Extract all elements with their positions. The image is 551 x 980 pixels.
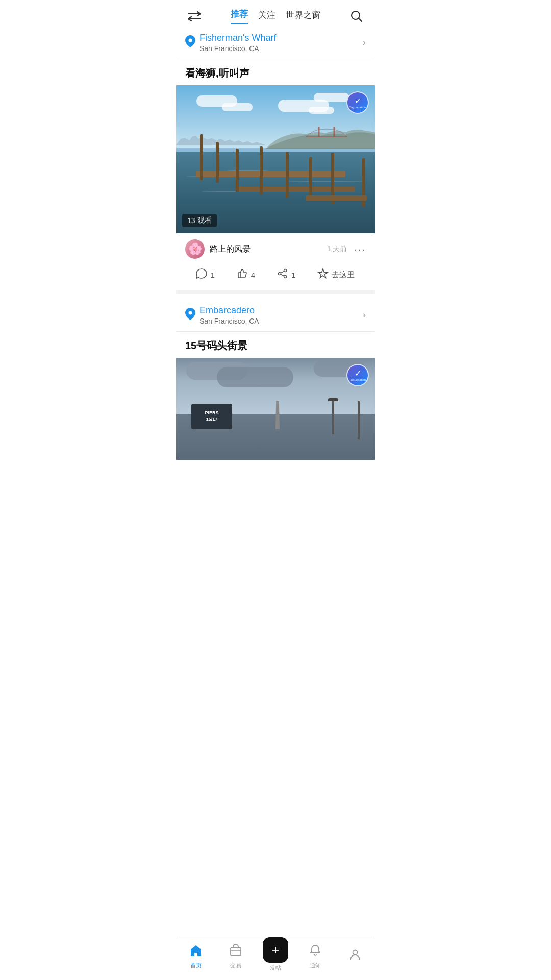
share-button-1[interactable]: 1 <box>277 268 295 282</box>
comment-icon-1 <box>196 268 207 282</box>
svg-rect-9 <box>231 948 241 955</box>
bottom-nav: 首页 交易 + 发帖 通知 <box>176 937 375 980</box>
bottom-nav-home[interactable]: 首页 <box>181 944 211 969</box>
like-button-1[interactable]: 4 <box>237 268 255 282</box>
svg-point-10 <box>353 950 358 954</box>
post-image-2[interactable]: PIERS15/17 ✓ TagLocation <box>176 358 375 460</box>
chevron-right-icon-1: › <box>363 37 366 48</box>
verified-badge-2: ✓ TagLocation <box>346 364 369 386</box>
bridge-svg <box>306 127 347 142</box>
location-left-1: Fisherman's Wharf San Francisco, CA <box>185 33 276 53</box>
cloud-4 <box>314 93 349 102</box>
views-count: 13 <box>187 216 195 225</box>
verified-text: TagLocation <box>349 106 366 109</box>
svg-point-1 <box>189 39 192 42</box>
home-icon <box>189 944 203 960</box>
navigate-button-1[interactable]: 去这里 <box>317 268 355 282</box>
location-sub-2: San Francisco, CA <box>199 317 259 325</box>
pier-post-5 <box>286 152 289 198</box>
user-left-1: 🌸 路上的风景 <box>185 239 251 259</box>
location-name-2: Embarcadero <box>199 305 259 316</box>
views-badge: 13 观看 <box>182 214 217 227</box>
avatar-1[interactable]: 🌸 <box>185 239 205 259</box>
obelisk <box>276 401 280 429</box>
dark-cloud-2 <box>217 367 293 387</box>
post-label: 发帖 <box>270 964 281 972</box>
location-pin-icon-1 <box>185 35 195 50</box>
pier-post-2 <box>216 142 219 183</box>
float-dock <box>306 195 367 201</box>
chevron-right-icon-2: › <box>363 310 366 321</box>
user-icon <box>348 948 362 964</box>
nav-tabs: 推荐 关注 世界之窗 <box>231 8 320 24</box>
navigate-label-1: 去这里 <box>332 270 355 280</box>
tab-world-window[interactable]: 世界之窗 <box>286 9 320 24</box>
pier-post-1 <box>200 134 203 180</box>
verified-badge-1: ✓ TagLocation <box>346 91 369 114</box>
verified-check-icon-2: ✓ <box>355 369 361 378</box>
bottom-nav-profile[interactable] <box>340 948 370 966</box>
share-icon-1 <box>277 268 288 282</box>
post-button[interactable]: + <box>263 937 288 963</box>
svg-point-7 <box>279 273 281 275</box>
location-sub-1: San Francisco, CA <box>199 44 276 53</box>
svg-point-5 <box>284 270 287 272</box>
cloud-2 <box>222 103 253 111</box>
location-pin-icon-2 <box>185 308 195 323</box>
post2-scene: PIERS15/17 ✓ TagLocation <box>176 358 375 460</box>
location-name-1: Fisherman's Wharf <box>199 33 276 43</box>
location-card-1[interactable]: Fisherman's Wharf San Francisco, CA › <box>176 26 375 59</box>
post-scene-1: 13 观看 ✓ TagLocation <box>176 85 375 233</box>
bottom-nav-post[interactable]: + 发帖 <box>260 941 291 972</box>
tab-follow[interactable]: 关注 <box>258 9 276 24</box>
top-nav: 推荐 关注 世界之窗 <box>176 0 375 26</box>
street-lamp-1 <box>332 399 334 434</box>
user-right-1: 1 天前 ··· <box>327 243 366 255</box>
time-ago-1: 1 天前 <box>327 244 347 254</box>
comment-button-1[interactable]: 1 <box>196 268 214 282</box>
pier-post-6 <box>309 157 312 201</box>
location-info-1: Fisherman's Wharf San Francisco, CA <box>199 33 276 53</box>
street-lamp-2 <box>358 401 360 439</box>
pier-post-3 <box>236 149 239 192</box>
post-image-1[interactable]: 13 观看 ✓ TagLocation <box>176 85 375 233</box>
pier-post-4 <box>260 146 263 195</box>
post-title-1: 看海狮,听叫声 <box>176 59 375 85</box>
location-info-2: Embarcadero San Francisco, CA <box>199 305 259 325</box>
tab-recommend[interactable]: 推荐 <box>231 8 248 24</box>
pier-sign: PIERS15/17 <box>191 404 232 429</box>
bell-icon <box>309 944 322 960</box>
like-icon-1 <box>237 268 248 282</box>
action-row-1: 1 4 1 <box>176 265 375 294</box>
avatar-flower-icon: 🌸 <box>188 242 202 256</box>
notify-label: 通知 <box>310 962 321 969</box>
cloud-5 <box>309 107 334 114</box>
more-options-button-1[interactable]: ··· <box>354 243 366 255</box>
trade-label: 交易 <box>230 962 241 969</box>
svg-point-6 <box>284 276 287 278</box>
verified-check-icon: ✓ <box>355 96 361 106</box>
location-left-2: Embarcadero San Francisco, CA <box>185 305 259 325</box>
shop-icon <box>229 944 242 960</box>
username-1[interactable]: 路上的风景 <box>210 244 251 255</box>
user-row-1: 🌸 路上的风景 1 天前 ··· <box>176 233 375 265</box>
ripple-3 <box>288 181 365 182</box>
share-count-1: 1 <box>291 271 295 279</box>
comment-count-1: 1 <box>210 271 214 279</box>
views-label: 观看 <box>197 216 212 225</box>
plus-icon: + <box>271 943 279 957</box>
dock-platform-2 <box>236 187 355 192</box>
navigate-icon-1 <box>317 268 329 282</box>
swap-icon-button[interactable] <box>185 7 204 26</box>
svg-point-8 <box>189 311 192 315</box>
like-count-1: 4 <box>251 271 255 279</box>
bottom-nav-notify[interactable]: 通知 <box>300 944 331 969</box>
bottom-nav-trade[interactable]: 交易 <box>220 944 251 969</box>
verified-text-2: TagLocation <box>349 378 366 382</box>
location-card-2[interactable]: Embarcadero San Francisco, CA › <box>176 298 375 332</box>
home-label: 首页 <box>190 962 202 969</box>
post-title-2: 15号码头街景 <box>176 332 375 358</box>
street-lamp-head-1 <box>328 398 338 401</box>
search-button[interactable] <box>347 7 366 26</box>
